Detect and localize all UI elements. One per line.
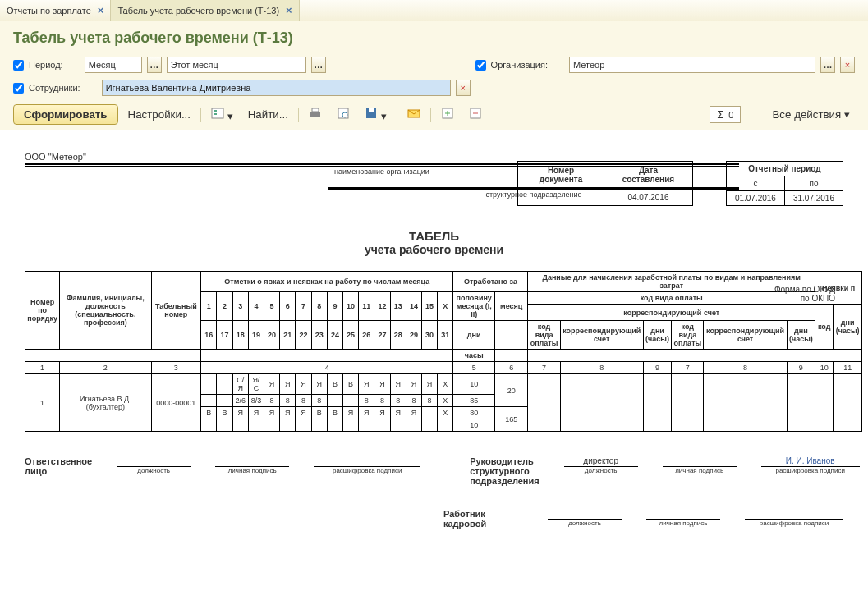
signatures-hr: Работник кадровой должность личная подпи… [443,509,843,529]
find-button[interactable]: Найти... [243,106,293,123]
org-field[interactable]: Метеор [569,57,815,73]
tab-salary-reports[interactable]: Отчеты по зарплате × [0,0,111,21]
period-checkbox[interactable] [13,60,24,71]
period-value-field[interactable]: Этот месяц [167,57,306,73]
mail-icon[interactable] [402,104,425,125]
doc-number-table: Номер документаДата составления 04.07.20… [517,161,693,206]
presets-icon[interactable]: ▾ [206,104,238,125]
org-checkbox[interactable] [475,60,486,71]
form-codes: Форма по ОКУД по ОКПО [774,285,835,303]
ellipsis-button[interactable]: … [147,57,162,73]
timesheet-table: Номер по порядку Фамилия, инициалы, долж… [25,271,862,432]
svg-rect-8 [369,108,374,112]
expand-icon[interactable] [436,104,459,125]
tab-label: Табель учета рабочего времени (Т-13) [117,6,279,16]
save-icon[interactable]: ▾ [360,104,392,125]
all-actions-button[interactable]: Все действия ▾ [767,106,855,123]
emp-checkbox[interactable] [13,83,24,94]
ellipsis-button[interactable]: … [311,57,326,73]
filter-bar-1: Период: Месяц … Этот месяц … Организация… [0,53,868,76]
svg-rect-1 [214,110,217,112]
table-row: 1 Игнатьева В.Д. (бухгалтер) 0000-00001 … [25,374,862,395]
sigma-box: Σ 0 [710,106,741,123]
doc-title: ТАБЕЛЬ [25,229,843,243]
period-label: Период: [29,60,63,70]
period-mode-field[interactable]: Месяц [85,57,142,73]
svg-rect-3 [310,112,320,117]
close-icon[interactable]: × [286,4,292,16]
doc-meta-tables: Номер документаДата составления 04.07.20… [517,161,843,206]
report-area: Форма по ОКУД по ОКПО ООО "Метеор" наиме… [0,130,868,609]
svg-rect-4 [312,108,319,112]
report-period-table: Отчетный период спо 01.07.201631.07.2016 [726,161,843,206]
signatures: Ответственное лицо должность личная подп… [25,456,843,486]
page-title: Табель учета рабочего времени (Т-13) [0,21,868,53]
filter-bar-2: Сотрудники: Игнатьева Валентина Дмитриев… [0,76,868,99]
collapse-icon[interactable] [464,104,487,125]
emp-field[interactable]: Игнатьева Валентина Дмитриевна [102,80,451,96]
print-icon[interactable] [304,104,327,125]
clear-button[interactable]: × [456,80,471,96]
preview-icon[interactable] [332,104,355,125]
tab-label: Отчеты по зарплате [7,6,91,16]
tab-bar: Отчеты по зарплате × Табель учета рабоче… [0,0,868,21]
svg-rect-2 [214,113,217,115]
org-label: Организация: [491,60,548,70]
tab-timesheet[interactable]: Табель учета рабочего времени (Т-13) × [111,0,299,21]
close-icon[interactable]: × [98,4,104,16]
clear-button[interactable]: × [840,57,855,73]
ellipsis-button[interactable]: … [820,57,835,73]
sigma-value: 0 [728,110,733,120]
doc-subtitle: учета рабочего времени [25,243,843,256]
sigma-icon: Σ [717,108,723,121]
settings-button[interactable]: Настройки... [123,106,195,123]
toolbar: Сформировать Настройки... ▾ Найти... ▾ Σ… [0,99,868,130]
generate-button[interactable]: Сформировать [13,104,118,125]
emp-label: Сотрудники: [29,83,80,93]
